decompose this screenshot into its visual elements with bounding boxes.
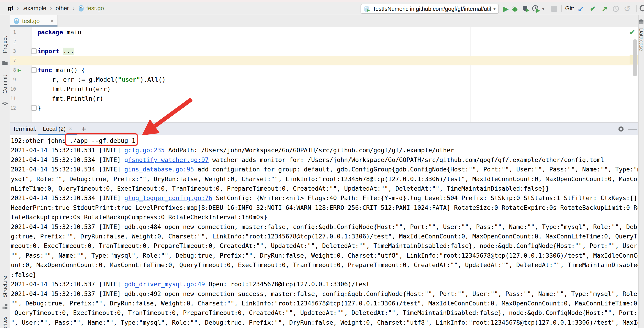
terminal-line: "", Debug:true, Prefix:"", DryRun:false,… xyxy=(11,299,638,308)
terminal-line: HeaderPrint:true StdoutPrint:true LevelP… xyxy=(11,203,638,212)
close-icon[interactable]: × xyxy=(50,18,54,24)
code-line: 10 fmt.Println(err) xyxy=(10,84,638,94)
close-icon[interactable]: × xyxy=(69,125,72,132)
file-link[interactable]: gins_database.go:95 xyxy=(124,166,194,173)
git-rollback-button: ↺ xyxy=(622,4,632,14)
tool-stripe-database[interactable]: Database xyxy=(638,28,644,52)
git-history-button xyxy=(611,4,621,14)
terminal-line: g:true, Prefix:"", DryRun:false, Weight:… xyxy=(11,232,638,241)
breadcrumb-example[interactable]: .example xyxy=(22,5,46,12)
code-line: 12⌐} xyxy=(10,103,638,113)
terminal-line: meout:0, ExecTimeout:0, TranTimeout:0, P… xyxy=(11,241,638,251)
search-icon[interactable] xyxy=(638,4,644,14)
fold-marker-icon[interactable]: ⌐ xyxy=(31,105,37,111)
code-line: 3+import ... xyxy=(10,47,638,56)
code-line: 9 r, err := g.Model("user").All() xyxy=(10,75,638,84)
active-tab-indicator xyxy=(10,25,58,27)
file-link[interactable]: gfsnotify_watcher.go:97 xyxy=(124,156,209,163)
terminal-panel[interactable]: 192:other john$ ./app --gf.debug 1 2021-… xyxy=(10,135,638,328)
git-push-button[interactable]: ↗ xyxy=(600,4,610,14)
fold-marker-icon[interactable]: + xyxy=(31,48,37,54)
code-text: fmt.Println(r) xyxy=(38,94,104,103)
folder-icon[interactable] xyxy=(2,60,8,65)
stop-button xyxy=(549,4,559,14)
titlebar-sliver xyxy=(0,0,644,2)
terminal-header: Terminal: Local (2) × + — xyxy=(10,122,638,135)
terminal-line: 2021-04-14 15:32:10.537 [INTE] gdb.go:49… xyxy=(11,289,638,299)
tool-stripe-project[interactable]: Project xyxy=(2,36,8,53)
code-line: 2 xyxy=(10,37,638,47)
active-terminal-tab-indicator xyxy=(38,134,77,135)
code-text: func main() { xyxy=(38,65,85,75)
terminal-line: 2021-04-14 15:32:10.534 [INTE] gins_data… xyxy=(11,165,638,174)
line-number: 12 xyxy=(10,103,16,113)
file-link[interactable]: gcfg.go:235 xyxy=(124,147,165,154)
tool-stripe-commit[interactable]: Commit xyxy=(2,75,8,94)
go-test-icon xyxy=(364,6,370,12)
commit-node-icon[interactable] xyxy=(2,100,8,107)
file-link[interactable]: gdb_driver_mysql.go:49 xyxy=(124,281,205,288)
line-number: 11 xyxy=(10,94,16,103)
chevron-down-icon: ▾ xyxy=(493,6,496,12)
left-tool-stripe: Project Commit Structure Favorites ★ xyxy=(0,15,10,328)
database-icon[interactable] xyxy=(638,19,644,25)
tool-stripe-favorites[interactable]: Favorites xyxy=(2,316,8,328)
line-number: 1 xyxy=(10,28,16,37)
tool-stripe-structure[interactable]: Structure xyxy=(2,276,8,297)
toolbar-separator xyxy=(636,6,637,12)
terminal-tab-local[interactable]: Local (2) × xyxy=(43,123,72,135)
git-update-button[interactable]: ↙ xyxy=(576,4,586,14)
code-text: r, err := g.Model("user").All() xyxy=(38,75,166,84)
terminal-line: ", User:"", Pass:"", Name:"", Type:"mysq… xyxy=(11,318,638,327)
git-label: Git: xyxy=(565,2,574,15)
terminal-title: Terminal: xyxy=(12,123,36,135)
breadcrumb-file[interactable]: test.go xyxy=(86,5,104,12)
tab-label: test.go xyxy=(22,18,48,25)
terminal-command: ./app --gf.debug 1 xyxy=(70,137,136,144)
terminal-line: nLifeTime:0, QueryTimeout:0, ExecTimeout… xyxy=(11,184,638,193)
line-number: 2 xyxy=(10,37,16,47)
fold-marker-icon[interactable]: − xyxy=(31,67,37,73)
editor-tabbar: test.go × xyxy=(10,15,638,27)
terminal-line: "", Pass:"", Name:"", Type:"mysql", Role… xyxy=(11,251,638,260)
code-line: 1package main xyxy=(10,28,638,37)
git-commit-button[interactable]: ✔ xyxy=(588,4,598,14)
terminal-line: 2021-04-14 15:32:10.534 [INTE] gfsnotify… xyxy=(11,155,638,165)
terminal-line: 2021-04-14 15:32:10.537 [INTE] gdb_drive… xyxy=(11,279,638,289)
code-line: 11 fmt.Println(r) xyxy=(10,94,638,103)
terminal-line: 2021-04-14 15:32:10.534 [INTE] glog_logg… xyxy=(11,193,638,203)
terminal-prompt-line: 192:other john$ ./app --gf.debug 1 xyxy=(11,136,638,146)
inspection-ok-icon: ✔ xyxy=(629,28,635,37)
gear-icon[interactable] xyxy=(616,124,626,134)
line-number: 3 xyxy=(10,47,16,56)
breadcrumb-other[interactable]: other xyxy=(56,5,69,12)
chevron-down-icon[interactable]: ▾ xyxy=(540,4,547,14)
code-text: } xyxy=(38,103,41,113)
line-number: 8 xyxy=(10,65,16,75)
terminal-line: 2021-04-14 15:32:10.537 [INTE] gdb.go:48… xyxy=(11,222,638,232)
tab-test-go[interactable]: test.go × xyxy=(10,15,58,27)
code-line: 7 xyxy=(10,56,638,65)
run-configuration-select[interactable]: TestIsNumeric in github.com/gogf/gf/inte… xyxy=(360,4,499,14)
run-configuration-label: TestIsNumeric in github.com/gogf/gf/inte… xyxy=(373,6,490,12)
terminal-line: :false} xyxy=(11,270,638,279)
new-terminal-button[interactable]: + xyxy=(79,123,89,135)
run-gutter-icon[interactable]: ▶ xyxy=(18,65,21,75)
terminal-line: tateBackupExpire:0s RotateBackupCompress… xyxy=(11,212,638,222)
ide-window: gf › .example › other › test.go TestIsNu… xyxy=(0,0,644,328)
file-link[interactable]: glog_logger_config.go:76 xyxy=(124,194,212,201)
hide-tool-window-button[interactable]: — xyxy=(628,124,638,134)
chevron-right-icon: › xyxy=(50,5,52,12)
run-with-coverage-button[interactable] xyxy=(520,4,531,14)
breadcrumb-project[interactable]: gf xyxy=(8,5,13,12)
code-text: package main xyxy=(38,28,81,37)
terminal-line: ysql", Role:"", Debug:true, Prefix:"", D… xyxy=(11,174,638,184)
chevron-right-icon: › xyxy=(17,5,19,12)
debug-button[interactable] xyxy=(510,4,520,14)
terminal-line: unt:0, MaxOpenConnCount:0, MaxConnLifeTi… xyxy=(11,260,638,270)
editor-scrollbar[interactable] xyxy=(633,39,637,76)
breadcrumb: gf › .example › other › test.go xyxy=(8,2,104,15)
code-editor[interactable]: 1package main23+import ...78▶−func main(… xyxy=(10,27,638,122)
structure-icon[interactable] xyxy=(2,303,8,309)
terminal-line: QueryTimeout:0, ExecTimeout:0, TranTimeo… xyxy=(11,308,638,318)
